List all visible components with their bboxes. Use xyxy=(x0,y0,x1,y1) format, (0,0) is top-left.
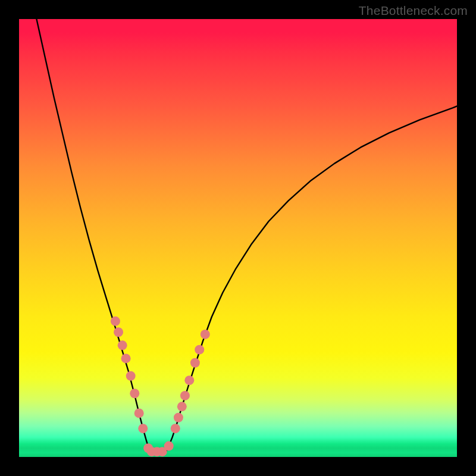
data-marker xyxy=(138,424,148,433)
data-marker xyxy=(121,353,131,363)
data-marker xyxy=(174,413,183,422)
watermark-text: TheBottleneck.com xyxy=(359,4,468,18)
data-marker xyxy=(171,424,180,433)
data-marker xyxy=(118,340,127,350)
data-marker xyxy=(177,402,187,411)
data-marker xyxy=(190,358,200,368)
chart-svg xyxy=(19,19,457,457)
marker-layer xyxy=(111,317,210,456)
curve-left-curve xyxy=(36,19,150,452)
data-marker xyxy=(164,441,174,451)
data-marker xyxy=(126,371,136,381)
curve-layer xyxy=(36,19,457,452)
data-marker xyxy=(195,345,204,355)
chart-frame: TheBottleneck.com xyxy=(0,0,476,476)
data-marker xyxy=(130,389,139,398)
chart-plot-area xyxy=(19,19,457,457)
curve-right-curve xyxy=(166,106,457,452)
data-marker xyxy=(184,375,194,385)
data-marker xyxy=(180,391,190,400)
data-marker xyxy=(114,327,123,337)
data-marker xyxy=(111,317,120,326)
data-marker xyxy=(201,330,210,339)
data-marker xyxy=(134,408,144,418)
